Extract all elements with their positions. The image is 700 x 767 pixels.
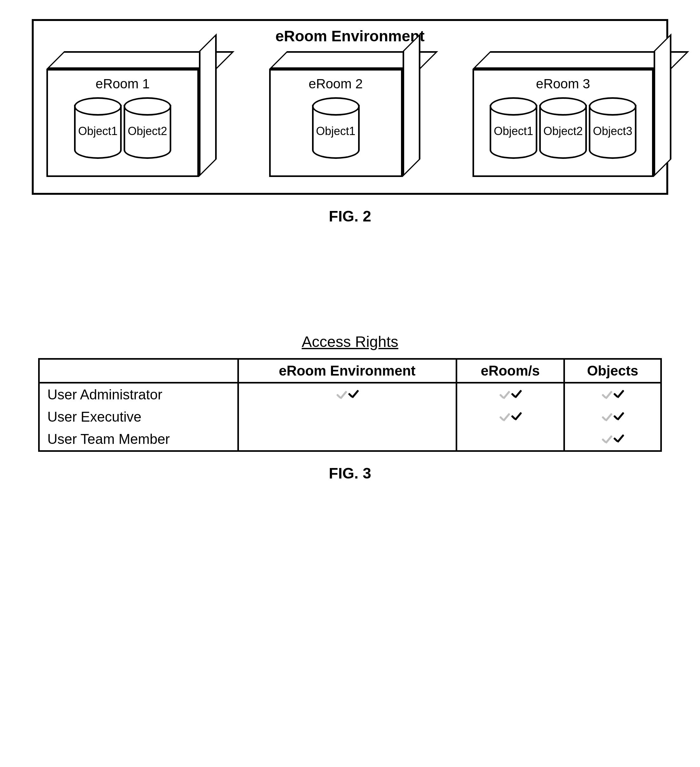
header-erooms: eRoom/s: [456, 359, 564, 383]
header-blank: [39, 359, 238, 383]
check-icon: [347, 390, 360, 399]
object-label: Object3: [593, 124, 632, 138]
eroom-2: eRoom 2 Object1: [269, 69, 402, 177]
rooms-row: eRoom 1 Object1 Object2 eRoom 2 Object1: [46, 51, 654, 177]
objects-row: Object1 Object2: [48, 97, 197, 159]
check-icon: [498, 391, 511, 400]
check-icon: [601, 413, 614, 423]
cell-check: [456, 406, 564, 428]
object-cylinder: Object1: [74, 105, 122, 159]
cell-check: [456, 383, 564, 406]
figure-3: Access Rights eRoom Environment eRoom/s …: [38, 333, 662, 482]
object-cylinder: Object1: [312, 105, 360, 159]
cell-empty: [456, 428, 564, 451]
cube-face: eRoom 1 Object1 Object2: [46, 69, 199, 177]
check-icon: [510, 412, 523, 422]
object-label: Object1: [494, 124, 533, 138]
cube-face: eRoom 2 Object1: [269, 69, 402, 177]
eroom-label: eRoom 2: [271, 76, 401, 92]
eroom-3: eRoom 3 Object1 Object2 Object3: [473, 69, 654, 177]
table-header-row: eRoom Environment eRoom/s Objects: [39, 359, 661, 383]
eroom-label: eRoom 3: [474, 76, 652, 92]
object-cylinder: Object3: [589, 105, 636, 159]
access-rights-title: Access Rights: [38, 333, 662, 350]
spacer: [16, 225, 684, 333]
table-row: User Executive: [39, 406, 661, 428]
cell-check: [564, 383, 661, 406]
object-label: Object1: [78, 124, 118, 138]
cell-check: [564, 428, 661, 451]
object-label: Object2: [128, 124, 167, 138]
check-icon: [612, 412, 625, 422]
object-cylinder: Object1: [490, 105, 537, 159]
table-row: User Administrator: [39, 383, 661, 406]
check-icon: [612, 390, 625, 399]
check-icon: [336, 391, 348, 400]
check-icon: [498, 413, 511, 423]
environment-box: eRoom Environment eRoom 1 Object1 Object…: [32, 19, 668, 195]
check-icon: [601, 391, 614, 400]
object-label: Object1: [316, 124, 355, 138]
figure-caption: FIG. 2: [16, 207, 684, 225]
check-icon: [601, 435, 614, 445]
figure-caption: FIG. 3: [38, 465, 662, 482]
cube-side: [654, 33, 671, 177]
cube-side: [199, 33, 217, 177]
cell-empty: [238, 406, 456, 428]
eroom-1: eRoom 1 Object1 Object2: [46, 69, 199, 177]
check-icon: [612, 434, 625, 444]
header-env: eRoom Environment: [238, 359, 456, 383]
header-objects: Objects: [564, 359, 661, 383]
page: eRoom Environment eRoom 1 Object1 Object…: [16, 19, 684, 482]
objects-row: Object1: [271, 97, 401, 159]
row-label: User Team Member: [39, 428, 238, 451]
access-rights-table: eRoom Environment eRoom/s Objects User A…: [38, 358, 662, 452]
eroom-label: eRoom 1: [48, 76, 197, 92]
cell-check: [238, 383, 456, 406]
row-label: User Executive: [39, 406, 238, 428]
table-row: User Team Member: [39, 428, 661, 451]
cube-side: [402, 33, 420, 177]
cell-empty: [238, 428, 456, 451]
object-label: Object2: [543, 124, 583, 138]
cube-face: eRoom 3 Object1 Object2 Object3: [473, 69, 654, 177]
object-cylinder: Object2: [124, 105, 171, 159]
objects-row: Object1 Object2 Object3: [474, 97, 652, 159]
check-icon: [510, 390, 523, 399]
object-cylinder: Object2: [539, 105, 587, 159]
cell-check: [564, 406, 661, 428]
row-label: User Administrator: [39, 383, 238, 406]
environment-title: eRoom Environment: [46, 27, 654, 45]
